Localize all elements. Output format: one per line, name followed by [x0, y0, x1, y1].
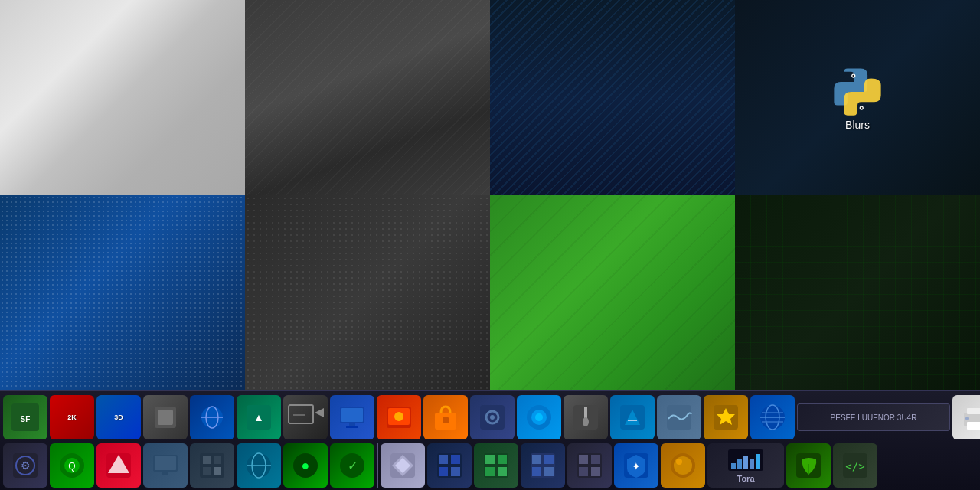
svg-text:Q: Q	[68, 461, 75, 472]
blue-monitor-icon	[338, 403, 366, 431]
taskbar-icon-paint[interactable]	[610, 395, 655, 439]
wave-icon	[665, 403, 693, 431]
gray-icon	[152, 403, 179, 431]
green-leaf-icon	[795, 452, 822, 479]
svg-rect-89	[579, 455, 588, 464]
taskbar-divider	[377, 443, 378, 488]
svg-text:⚙: ⚙	[21, 459, 31, 472]
taskbar-icon-tile-dark[interactable]	[567, 443, 612, 488]
taskbar-icon-monitor[interactable]	[330, 395, 374, 439]
tile-green-icon	[482, 452, 510, 479]
svg-marker-14	[315, 408, 324, 417]
svg-rect-19	[346, 426, 358, 428]
svg-rect-74	[439, 455, 448, 464]
monitor-dark-icon	[152, 452, 179, 479]
taskbar-icon-tile-blue2[interactable]	[521, 443, 565, 488]
taskbar-icon-green-circle[interactable]: Q	[50, 443, 94, 488]
svg-text:●: ●	[302, 458, 310, 473]
icon-3d-label: 3D	[114, 413, 123, 421]
game-icon: ⚙	[11, 452, 39, 479]
taskbar-row-1: SF 2K 3D ▲	[2, 394, 978, 440]
taskbar-icon-green-leaf[interactable]	[786, 443, 831, 488]
taskbar-icon-pixel[interactable]	[190, 443, 234, 488]
svg-text:</>: </>	[845, 460, 864, 472]
tora-label: Tora	[737, 474, 754, 483]
svg-rect-80	[498, 455, 507, 464]
swordfish-app-icon: SF	[10, 402, 41, 433]
taskbar-icon-tora[interactable]: Tora	[707, 443, 784, 488]
teal-world-icon	[245, 452, 273, 479]
taskbar-icon-game[interactable]: ⚙	[3, 443, 47, 488]
svg-rect-92	[591, 467, 600, 476]
shield-icon: ✦	[622, 452, 650, 479]
taskbar-icon-bag[interactable]	[423, 395, 468, 439]
app-label-blurs: Blurs	[845, 119, 870, 131]
brush-icon	[572, 403, 599, 431]
svg-rect-18	[349, 423, 355, 426]
taskbar-icon-teal[interactable]: ▲	[237, 395, 281, 439]
svg-rect-84	[532, 455, 541, 464]
taskbar-icon-shield[interactable]: ✦	[614, 443, 658, 488]
svg-text:▲: ▲	[253, 411, 264, 423]
svg-point-1	[852, 74, 854, 77]
taskbar-icon-gold-ball[interactable]	[661, 443, 705, 488]
svg-point-33	[583, 417, 589, 426]
wallpaper-cell-6	[245, 195, 490, 390]
taskbar-icon-teal-world[interactable]	[237, 443, 281, 488]
taskbar-icon-blue-ring[interactable]	[517, 395, 561, 439]
svg-rect-59	[203, 456, 211, 464]
taskbar-icon-frame[interactable]	[283, 395, 328, 439]
taskbar-icon-3d[interactable]: 3D	[96, 395, 141, 439]
svg-rect-103	[756, 454, 760, 469]
wallpaper-cell-2	[245, 0, 490, 195]
taskbar-icon-brush[interactable]	[564, 395, 608, 439]
star-icon	[712, 403, 740, 431]
taskbar-icon-photo[interactable]	[377, 395, 421, 439]
taskbar-icon-2k[interactable]: 2K	[50, 395, 94, 439]
world-icon	[759, 403, 786, 431]
svg-rect-82	[498, 467, 507, 476]
taskbar-icon-blue-world[interactable]	[190, 395, 234, 439]
blue-ring-icon	[525, 403, 553, 431]
red-white-icon	[105, 452, 132, 479]
taskbar-icon-red-white[interactable]	[96, 443, 141, 488]
taskbar-icon-world[interactable]	[750, 395, 795, 439]
svg-point-3	[861, 106, 863, 109]
svg-rect-100	[737, 459, 742, 469]
teal-icon: ▲	[245, 403, 273, 431]
taskbar-icon-gray[interactable]	[143, 395, 188, 439]
diamond-icon	[389, 452, 416, 479]
svg-rect-85	[544, 455, 554, 464]
svg-rect-62	[214, 467, 221, 475]
desktop: Blurs	[0, 0, 980, 390]
svg-rect-101	[743, 456, 748, 469]
svg-point-30	[535, 413, 543, 421]
svg-rect-56	[155, 456, 176, 470]
taskbar-row-2: ⚙ Q	[2, 443, 978, 488]
paint-icon	[619, 403, 646, 431]
taskbar-icon-green-foot[interactable]: ✓	[330, 443, 374, 488]
taskbar-icon-swordfish[interactable]: SF	[3, 395, 47, 439]
svg-rect-44	[967, 408, 980, 414]
taskbar-icon-neon-green[interactable]: ●	[283, 443, 328, 488]
tora-chart-icon	[727, 448, 765, 472]
taskbar-icon-dark-code[interactable]: </>	[833, 443, 877, 488]
svg-rect-17	[341, 408, 363, 422]
taskbar-icon-tile-blue[interactable]	[427, 443, 472, 488]
taskbar-icon-diamond[interactable]	[381, 443, 425, 488]
wallpaper-cell-7	[490, 195, 735, 390]
taskbar-icon-tile-green[interactable]	[474, 443, 518, 488]
svg-rect-76	[439, 467, 448, 476]
taskbar-icon-star[interactable]	[704, 395, 748, 439]
svg-point-22	[394, 412, 403, 421]
taskbar-icon-printer[interactable]	[952, 395, 980, 439]
taskbar-icon-monitor-dark[interactable]	[143, 443, 188, 488]
svg-point-97	[676, 459, 682, 465]
orange-bag-icon	[432, 403, 459, 431]
svg-rect-15	[293, 414, 305, 416]
taskbar-icon-wave[interactable]	[657, 395, 701, 439]
taskbar-text-content: PESFE LUUENOR 3U4R	[831, 413, 917, 422]
svg-rect-45	[967, 422, 980, 430]
svg-rect-81	[485, 467, 495, 476]
taskbar-icon-gear[interactable]	[470, 395, 514, 439]
